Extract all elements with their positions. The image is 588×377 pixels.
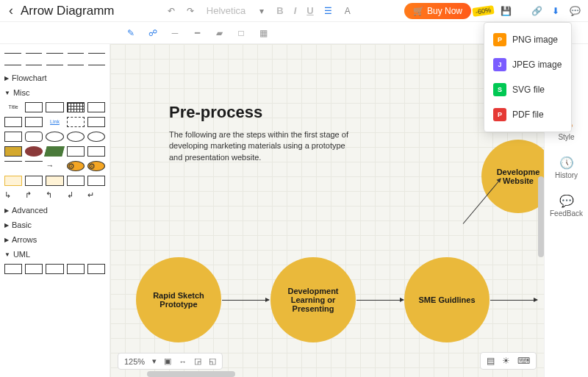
keyboard-icon[interactable]: ⌨	[517, 356, 530, 366]
shape-ellipse[interactable]	[67, 132, 85, 142]
shape-rect[interactable]	[87, 176, 105, 186]
connector-icon[interactable]: ☍	[146, 26, 160, 40]
shape-conn[interactable]: ↰	[46, 190, 63, 201]
align-icon[interactable]: ☰	[321, 4, 336, 18]
shape-conn[interactable]: ↱	[25, 190, 43, 201]
shape-link[interactable]: Link	[46, 117, 63, 127]
node-rapid-sketch[interactable]: Rapid Sketch Prototype	[136, 257, 221, 342]
zoom-level[interactable]: 125%	[124, 357, 145, 366]
canvas[interactable]: Pre-process The following are the steps …	[110, 44, 544, 377]
chevron-down-icon[interactable]: ▾	[152, 356, 157, 366]
shape-uml[interactable]	[4, 264, 22, 274]
fit-width-icon[interactable]: ↔	[179, 357, 187, 366]
shape-title[interactable]: Title	[4, 102, 22, 112]
font-size-icon[interactable]: ▾	[254, 4, 269, 18]
arrow-connector[interactable]	[356, 300, 404, 301]
shape-fill[interactable]	[45, 146, 65, 157]
vertical-scrollbar[interactable]	[538, 176, 544, 257]
stroke-icon[interactable]: □	[234, 26, 248, 40]
shape-rect[interactable]	[67, 176, 85, 186]
export-png[interactable]: P PNG image	[484, 27, 571, 52]
shape-rect[interactable]	[46, 102, 63, 112]
document-title[interactable]: Arrow Diagramm	[21, 4, 115, 18]
download-icon[interactable]: ⬇	[548, 4, 563, 18]
shape-conn[interactable]: ↳	[4, 190, 22, 201]
underline-button[interactable]: U	[304, 5, 316, 16]
buy-now-button[interactable]: 🛒 Buy Now	[404, 3, 471, 19]
shape-uml[interactable]	[46, 264, 63, 274]
zoom-toolbar: 125% ▾ ▣ ↔ ◲ ◱	[118, 353, 223, 370]
shape-grid[interactable]	[67, 102, 85, 112]
pdf-icon: P	[493, 108, 506, 121]
horizontal-scrollbar[interactable]	[147, 371, 235, 377]
history-tab[interactable]: 🕔 History	[555, 156, 578, 179]
font-select[interactable]: Helvetica	[202, 5, 250, 16]
layers-icon[interactable]: ▤	[487, 356, 495, 366]
category-basic[interactable]: ▶Basic	[4, 218, 105, 232]
redo-icon[interactable]: ↷	[183, 4, 198, 18]
shape-zig[interactable]	[4, 161, 22, 171]
shape-zig[interactable]	[25, 161, 43, 171]
category-advanced[interactable]: ▶Advanced	[4, 203, 105, 218]
chat-icon[interactable]: 💬	[567, 4, 582, 18]
fit-icon[interactable]: ▣	[164, 356, 171, 366]
fit-page-icon[interactable]: ◲	[194, 356, 201, 366]
shape-rect[interactable]	[4, 132, 22, 142]
shape-sel[interactable]	[4, 176, 22, 186]
shape-rect[interactable]	[4, 117, 22, 127]
text-color-icon[interactable]: A	[340, 4, 355, 18]
shape-cube[interactable]	[67, 146, 85, 157]
category-flowchart[interactable]: ▶Flowchart	[4, 71, 105, 85]
shape-uml[interactable]	[67, 264, 85, 274]
shape-fill[interactable]	[25, 146, 43, 157]
undo-icon[interactable]: ↶	[164, 4, 179, 18]
shape-conn[interactable]: ↲	[67, 190, 85, 201]
line-style2-icon[interactable]: ━	[190, 26, 204, 40]
arrow-connector[interactable]	[490, 300, 537, 301]
shape-gear[interactable]: ⚙	[67, 161, 85, 171]
shape-rect[interactable]	[87, 117, 105, 127]
shape-uml[interactable]	[87, 264, 105, 274]
shape-cube[interactable]	[87, 146, 105, 157]
shape-fill[interactable]	[4, 146, 22, 157]
save-icon[interactable]: 💾	[498, 4, 513, 18]
shape-ellipse[interactable]	[87, 132, 105, 142]
fill-icon[interactable]: ▰	[212, 26, 226, 40]
feedback-tab[interactable]: 💬 FeedBack	[550, 194, 583, 218]
arrow-connector[interactable]	[222, 300, 269, 301]
shape-arrow[interactable]: →	[46, 161, 63, 171]
arrow-shapes-row[interactable]	[4, 61, 105, 68]
shape-rect[interactable]	[46, 176, 63, 186]
arrow-shapes-row[interactable]	[4, 49, 105, 57]
shape-gear[interactable]: ⚙	[87, 161, 105, 171]
shape-conn[interactable]: ↵	[87, 190, 105, 201]
share-icon[interactable]: 🔗	[529, 4, 544, 18]
shape-rect[interactable]	[25, 117, 43, 127]
shape-rect[interactable]	[87, 102, 105, 112]
shape-round[interactable]	[25, 132, 43, 142]
export-svg[interactable]: S SVG file	[484, 77, 571, 102]
shape-rect[interactable]	[25, 102, 43, 112]
shape-uml[interactable]	[25, 264, 43, 274]
italic-button[interactable]: I	[291, 5, 300, 16]
table-icon[interactable]: ▦	[256, 26, 270, 40]
pen-icon[interactable]: ✎	[123, 26, 138, 40]
fullscreen-icon[interactable]: ◱	[209, 356, 216, 366]
process-header[interactable]: Pre-process The following are the steps …	[169, 103, 360, 163]
export-pdf[interactable]: P PDF file	[484, 102, 571, 127]
node-development[interactable]: Development Learning or Presenting	[270, 257, 356, 342]
shape-rect[interactable]	[67, 117, 85, 127]
theme-icon[interactable]: ☀	[502, 356, 510, 366]
category-misc[interactable]: ▼Misc	[4, 85, 105, 100]
category-uml[interactable]: ▼UML	[4, 247, 105, 262]
bold-button[interactable]: B	[273, 5, 286, 16]
line-style-icon[interactable]: ─	[168, 26, 182, 40]
shape-ellipse[interactable]	[46, 132, 63, 142]
category-arrows[interactable]: ▶Arrows	[4, 232, 105, 247]
node-website[interactable]: Developme Website	[481, 140, 544, 213]
chat-icon: 💬	[559, 194, 574, 208]
node-sme[interactable]: SME Guidlines	[404, 257, 490, 342]
export-jpeg[interactable]: J JPEG image	[484, 52, 571, 77]
back-button[interactable]: ‹	[6, 3, 16, 18]
shape-rect[interactable]	[25, 176, 43, 186]
